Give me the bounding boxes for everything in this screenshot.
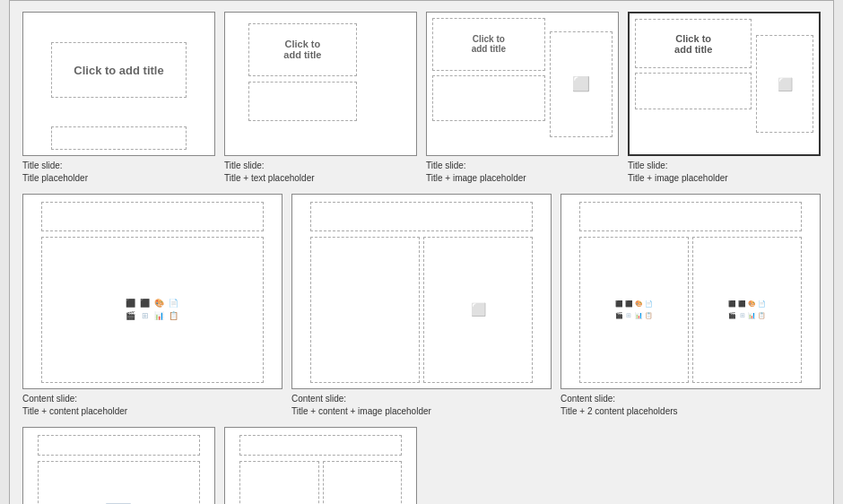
slide-thumb-8[interactable] [22,427,215,504]
title-placeholder-8 [38,435,200,456]
slide-row-2: ⬛ ⬛ 🎨 📄 🎬 ⊞ 📊 📋 Content slide: Title + c… [22,194,821,418]
slide-item-5[interactable]: ⬛ ⬛ 🎨 📄 🎬 ⊞ 📊 📋 Content slide: Title + c… [22,194,282,418]
slide-label-6: Content slide: Title + content + image p… [291,393,552,418]
image-placeholder-4: ⬜ [756,35,813,133]
title-placeholder-5 [41,202,264,231]
ci-7: 📊 [635,312,643,319]
title-placeholder-3: Click toadd title [432,18,545,71]
slide-item-7[interactable]: ⬛ ⬛ 🎨 📄 🎬 ⊞ 📊 📋 ⬛ ⬛ [561,194,821,418]
ci-9: ⬛ [728,300,736,308]
title-placeholder-2: Click toadd title [248,23,357,76]
image-placeholder-3: ⬜ [550,31,613,137]
image-placeholder-6: ⬜ [423,237,533,383]
slide-label-5: Content slide: Title + content placehold… [22,393,282,418]
icon-chart-1: 📊 [154,311,164,320]
ci-6: ⊞ [626,312,631,319]
ci-13: 🎬 [728,312,736,319]
content-placeholder-6 [310,237,420,383]
slide-layout-picker: Click to add title Title slide: Title pl… [9,0,834,504]
slide-thumb-9[interactable] [224,427,417,504]
content-icons-7b: ⬛ ⬛ 🎨 📄 🎬 ⊞ 📊 📋 [728,299,767,321]
ci-15: 📊 [748,312,756,319]
slide-label-4: Title slide: Title + image placeholder [628,160,821,185]
slide-item-8[interactable]: Content slide: Title + table placeholder [22,427,215,504]
content-placeholder-5: ⬛ ⬛ 🎨 📄 🎬 ⊞ 📊 📋 [41,237,264,383]
slide-item-4[interactable]: Click toadd title ⬜ Title slide: Title +… [628,12,821,185]
content1-placeholder-7: ⬛ ⬛ 🎨 📄 🎬 ⊞ 📊 📋 [579,237,689,383]
ci-16: 📋 [758,312,766,319]
icon-img-2: ⬛ [140,299,150,308]
slide-thumb-2[interactable]: Click toadd title [224,12,417,156]
slide-thumb-7[interactable]: ⬛ ⬛ 🎨 📄 🎬 ⊞ 📊 📋 ⬛ ⬛ [561,194,821,389]
image-icon-6: ⬜ [471,302,486,317]
ci-4: 📄 [645,300,653,308]
ci-3: 🎨 [635,300,643,308]
spacer-1 [426,427,619,504]
title-placeholder-7 [579,202,802,231]
slide-item-2[interactable]: Click toadd title Title slide: Title + t… [224,12,417,185]
ci-14: ⊞ [740,312,745,319]
content2-placeholder-7: ⬛ ⬛ 🎨 📄 🎬 ⊞ 📊 📋 [692,237,802,383]
slide-item-3[interactable]: Click toadd title ⬜ Title slide: Title +… [426,12,619,185]
subtitle-placeholder-1 [51,126,187,151]
image-icon-3: ⬜ [572,75,590,92]
slide-row-1: Click to add title Title slide: Title pl… [22,12,821,185]
icon-clip-1: 📋 [169,311,178,320]
slide-thumb-5[interactable]: ⬛ ⬛ 🎨 📄 🎬 ⊞ 📊 📋 [22,194,282,389]
slide-label-7: Content slide: Title + 2 content placeho… [561,393,821,418]
slide-item-1[interactable]: Click to add title Title slide: Title pl… [22,12,215,185]
icon-img-1: ⬛ [126,299,135,308]
title-placeholder-9 [239,435,402,456]
title-placeholder-6 [310,202,533,231]
content-placeholder-9 [239,461,318,504]
title-placeholder-4: Click toadd title [635,19,752,68]
slide-thumb-1[interactable]: Click to add title [22,12,215,156]
image-icon-4: ⬜ [778,77,793,91]
slide-item-6[interactable]: ⬜ Content slide: Title + content + image… [291,194,552,418]
text-placeholder-2 [248,82,357,121]
icon-film-1: 🎬 [126,311,135,320]
title-placeholder-1: Click to add title [51,42,187,98]
slide-thumb-6[interactable]: ⬜ [291,194,552,389]
ci-5: 🎬 [615,312,623,319]
spacer-2 [628,427,821,504]
text-placeholder-3 [432,75,545,122]
ci-10: ⬛ [738,300,746,308]
ci-12: 📄 [758,300,766,308]
ci-2: ⬛ [625,300,633,308]
slide-row-3: Content slide: Title + table placeholder [22,427,821,504]
table-placeholder-9 [323,461,402,504]
text-placeholder-4 [635,73,752,109]
ci-11: 🎨 [748,300,756,308]
ci-1: ⬛ [615,300,623,308]
icon-table-1: ⊞ [142,311,149,320]
slide-label-3: Title slide: Title + image placeholder [426,160,619,185]
content-icons-5: ⬛ ⬛ 🎨 📄 🎬 ⊞ 📊 📋 [125,298,180,321]
slide-thumb-3[interactable]: Click toadd title ⬜ [426,12,619,156]
slide-label-1: Title slide: Title placeholder [22,160,215,185]
icon-paint-1: 🎨 [154,299,164,308]
slide-thumb-4[interactable]: Click toadd title ⬜ [628,12,821,156]
table-placeholder-8 [38,461,200,504]
icon-doc-1: 📄 [169,299,178,308]
ci-8: 📋 [645,312,653,319]
slide-label-2: Title slide: Title + text placeholder [224,160,417,185]
slide-item-9[interactable]: Content slide: Title + content + table p… [224,427,417,504]
content-icons-7a: ⬛ ⬛ 🎨 📄 🎬 ⊞ 📊 📋 [614,299,653,321]
